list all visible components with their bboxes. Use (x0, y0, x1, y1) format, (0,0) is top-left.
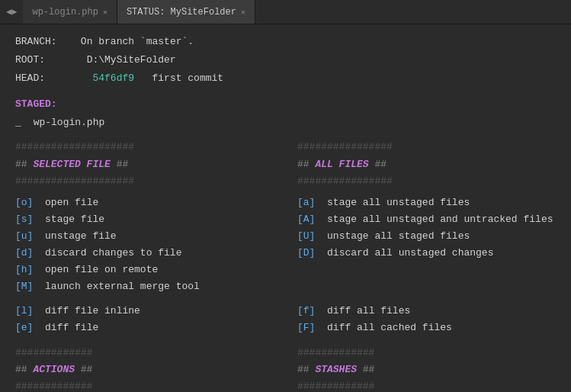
shortcut-h-text: open file on remote (39, 264, 158, 275)
staged-filename: wp-login.php (34, 114, 105, 131)
shortcuts-right-col: [a] stage all unstaged files [A] stage a… (297, 194, 556, 296)
shortcut-F-key: [F] (297, 322, 315, 333)
actions-hash-prefix: ## (15, 364, 33, 375)
shortcut-m-key: [M] (15, 281, 33, 292)
shortcut-f[interactable]: [f] diff all files (297, 303, 556, 320)
shortcut-f-text: diff all files (321, 305, 410, 316)
shortcut-l[interactable]: [l] diff file inline (15, 303, 297, 320)
actions-hash-suffix: ## (75, 364, 92, 375)
diff-grid: [l] diff file inline [e] diff file [f] d… (15, 303, 556, 336)
branch-dot: . (188, 36, 194, 47)
branch-on: On branch (81, 36, 140, 47)
tab-status-mysitfolder[interactable]: STATUS: MySiteFolder ✕ (117, 0, 255, 24)
tab-bar: ◀ ▶ wp-login.php ✕ STATUS: MySiteFolder … (0, 0, 571, 24)
selected-hash-bottom: #################### (15, 173, 297, 190)
tab-wp-login-close[interactable]: ✕ (103, 8, 107, 17)
selected-file-label-line: ## SELECTED FILE ## (15, 156, 297, 173)
shortcut-l-key: [l] (15, 305, 33, 316)
shortcut-e-text: diff file (39, 322, 98, 333)
next-icon: ▶ (11, 6, 17, 18)
col-stashes: ############# ## STASHES ## ############… (297, 345, 556, 393)
head-key: HEAD: (15, 72, 45, 84)
actions-hash-bottom: ############# (15, 378, 297, 392)
tab-wp-login[interactable]: wp-login.php ✕ (23, 0, 117, 24)
shortcut-A-key: [A] (297, 214, 315, 225)
allfiles-hash-suffix: ## (369, 159, 387, 170)
staged-label: STAGED: (15, 98, 57, 110)
shortcut-m[interactable]: [M] launch external merge tool (15, 278, 297, 295)
shortcut-h-key: [h] (15, 264, 33, 275)
shortcut-s[interactable]: [s] stage file (15, 211, 297, 228)
root-path: D:\MySiteFolder (87, 54, 176, 66)
shortcut-A-text: stage all unstaged and untracked files (321, 214, 553, 225)
shortcut-e-key: [e] (15, 322, 33, 333)
branch-master: master (146, 36, 182, 47)
shortcut-s-text: stage file (39, 214, 104, 225)
actions-label: ACTIONS (33, 364, 75, 375)
branch-line: BRANCH: On branch `master`. (15, 34, 556, 50)
shortcut-u[interactable]: [u] unstage file (15, 228, 297, 245)
col-selected-file: #################### ## SELECTED FILE ##… (15, 139, 297, 189)
shortcut-u-key: [u] (15, 230, 33, 242)
shortcut-U[interactable]: [U] unstage all staged files (297, 228, 556, 245)
shortcut-a[interactable]: [a] stage all unstaged files (297, 194, 556, 211)
shortcut-o-key: [o] (15, 197, 33, 208)
staged-label-line: STAGED: (15, 96, 556, 113)
tab-status-close[interactable]: ✕ (241, 8, 245, 17)
diff-right-col: [f] diff all files [F] diff all cached f… (297, 303, 556, 336)
head-hash: 54f6df9 (92, 72, 134, 84)
allfiles-hash-prefix: ## (297, 159, 315, 170)
root-line: ROOT: D:\MySiteFolder (15, 52, 556, 69)
allfiles-hash-top: ################ (297, 139, 556, 156)
shortcut-A[interactable]: [A] stage all unstaged and untracked fil… (297, 211, 556, 228)
prev-icon: ◀ (6, 6, 11, 18)
shortcut-e[interactable]: [e] diff file (15, 320, 297, 336)
stashes-hash-bottom: ############# (297, 378, 556, 392)
stashes-hash-suffix: ## (357, 364, 374, 375)
col-actions: ############# ## ACTIONS ## ############… (15, 345, 297, 393)
sections-grid: #################### ## SELECTED FILE ##… (15, 139, 556, 189)
tab-wp-login-label: wp-login.php (32, 7, 98, 18)
shortcut-a-text: stage all unstaged files (321, 197, 470, 208)
shortcut-F[interactable]: [F] diff all cached files (297, 320, 556, 336)
selected-hash-top: #################### (15, 139, 297, 156)
actions-label-line: ## ACTIONS ## (15, 361, 297, 378)
shortcut-f-key: [f] (297, 305, 315, 316)
stashes-label-line: ## STASHES ## (297, 361, 556, 378)
shortcut-o[interactable]: [o] open file (15, 194, 297, 211)
selected-hash-prefix: ## (15, 159, 33, 170)
main-content: BRANCH: On branch `master`. ROOT: D:\MyS… (0, 24, 571, 392)
allfiles-hash-bottom: ################ (297, 173, 556, 190)
shortcuts-grid: [o] open file [s] stage file [u] unstage… (15, 194, 556, 296)
shortcut-d-key: [d] (15, 247, 33, 259)
stashes-hash-top: ############# (297, 345, 556, 361)
shortcut-h[interactable]: [h] open file on remote (15, 262, 297, 278)
actions-hash-top: ############# (15, 345, 297, 361)
shortcut-U-key: [U] (297, 230, 315, 242)
shortcut-m-text: launch external merge tool (39, 281, 200, 292)
shortcut-D-text: discard all unstaged changes (321, 247, 493, 259)
branch-tick1: ` (140, 36, 146, 47)
shortcut-D-key: [D] (297, 247, 315, 259)
diff-left-col: [l] diff file inline [e] diff file (15, 303, 297, 336)
tab-nav-prev[interactable]: ◀ ▶ (0, 0, 23, 24)
shortcut-s-key: [s] (15, 214, 33, 225)
shortcut-F-text: diff all cached files (321, 322, 452, 333)
shortcut-l-text: diff file inline (39, 305, 140, 316)
shortcut-a-key: [a] (297, 197, 315, 208)
selected-hash-suffix: ## (111, 159, 128, 170)
shortcut-o-text: open file (39, 197, 98, 208)
stashes-hash-prefix: ## (297, 364, 315, 375)
staged-file-line: _ wp-login.php (15, 114, 556, 131)
shortcut-u-text: unstage file (39, 230, 116, 242)
shortcut-D[interactable]: [D] discard all unstaged changes (297, 245, 556, 262)
allfiles-label-line: ## ALL FILES ## (297, 156, 556, 173)
shortcut-d-text: discard changes to file (39, 247, 181, 259)
root-key: ROOT: (15, 54, 45, 66)
shortcut-U-text: unstage all staged files (321, 230, 470, 242)
stashes-label: STASHES (315, 364, 357, 375)
shortcut-d[interactable]: [d] discard changes to file (15, 245, 297, 262)
head-line: HEAD: 54f6df9 first commit (15, 70, 556, 87)
allfiles-label: ALL FILES (315, 159, 368, 170)
shortcuts-left-col: [o] open file [s] stage file [u] unstage… (15, 194, 297, 296)
